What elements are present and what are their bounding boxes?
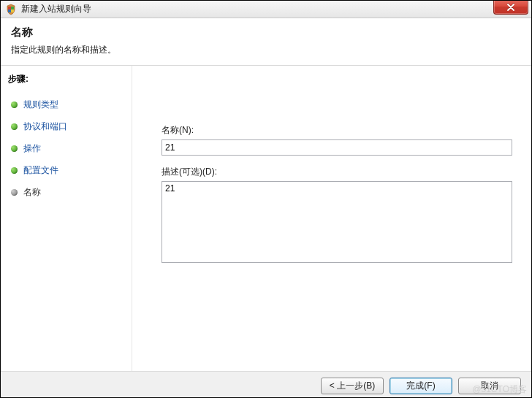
- close-button[interactable]: [493, 0, 528, 15]
- finish-button[interactable]: 完成(F): [390, 378, 452, 394]
- wizard-body: 步骤: 规则类型 协议和端口 操作 配置文件 名称: [1, 66, 531, 371]
- svg-rect-2: [8, 9, 11, 12]
- description-input[interactable]: [162, 181, 512, 263]
- close-icon: [506, 4, 515, 11]
- step-profile[interactable]: 配置文件: [8, 161, 124, 183]
- page-title: 名称: [11, 26, 521, 39]
- step-label: 配置文件: [23, 164, 58, 177]
- svg-rect-1: [11, 7, 14, 9]
- bullet-icon: [11, 145, 18, 152]
- window-title: 新建入站规则向导: [21, 3, 91, 15]
- steps-list: 规则类型 协议和端口 操作 配置文件 名称: [8, 96, 124, 205]
- name-label: 名称(N):: [162, 124, 512, 137]
- steps-heading: 步骤:: [8, 73, 124, 85]
- bullet-icon: [11, 123, 18, 130]
- step-name[interactable]: 名称: [8, 183, 124, 205]
- svg-rect-0: [8, 7, 11, 9]
- step-protocol-ports[interactable]: 协议和端口: [8, 118, 124, 139]
- page-description: 指定此规则的名称和描述。: [11, 44, 521, 56]
- bullet-icon: [11, 167, 18, 174]
- step-action[interactable]: 操作: [8, 139, 124, 161]
- form-area: 名称(N): 描述(可选)(D):: [132, 66, 531, 371]
- name-input[interactable]: [162, 139, 512, 156]
- name-field-block: 名称(N):: [162, 124, 512, 156]
- bullet-icon: [11, 189, 18, 196]
- footer-buttons: < 上一步(B) 完成(F) 取消: [1, 371, 531, 398]
- step-rule-type[interactable]: 规则类型: [8, 96, 124, 118]
- step-label: 协议和端口: [23, 120, 67, 133]
- back-button[interactable]: < 上一步(B): [321, 378, 384, 394]
- app-icon: [5, 4, 17, 15]
- svg-rect-3: [11, 9, 14, 12]
- step-label: 操作: [23, 142, 41, 155]
- titlebar: 新建入站规则向导: [1, 1, 531, 18]
- bullet-icon: [11, 102, 18, 108]
- description-label: 描述(可选)(D):: [162, 166, 512, 178]
- step-label: 名称: [23, 186, 41, 199]
- description-field-block: 描述(可选)(D):: [162, 166, 512, 265]
- cancel-button[interactable]: 取消: [458, 378, 521, 394]
- step-label: 规则类型: [23, 99, 58, 111]
- steps-sidebar: 步骤: 规则类型 协议和端口 操作 配置文件 名称: [1, 66, 132, 371]
- header-panel: 名称 指定此规则的名称和描述。: [1, 18, 531, 65]
